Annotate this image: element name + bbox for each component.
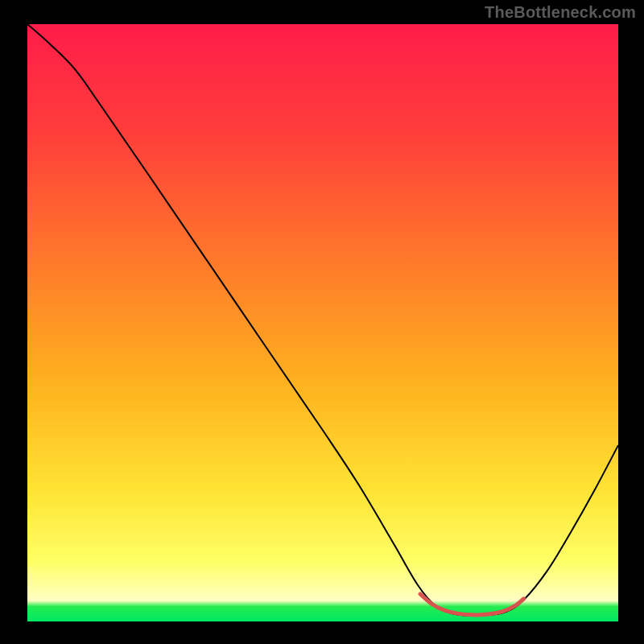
chart-frame: TheBottleneck.com bbox=[0, 0, 644, 644]
watermark-label: TheBottleneck.com bbox=[485, 3, 636, 22]
bottleneck-plot bbox=[0, 0, 644, 644]
plot-background bbox=[27, 24, 618, 621]
